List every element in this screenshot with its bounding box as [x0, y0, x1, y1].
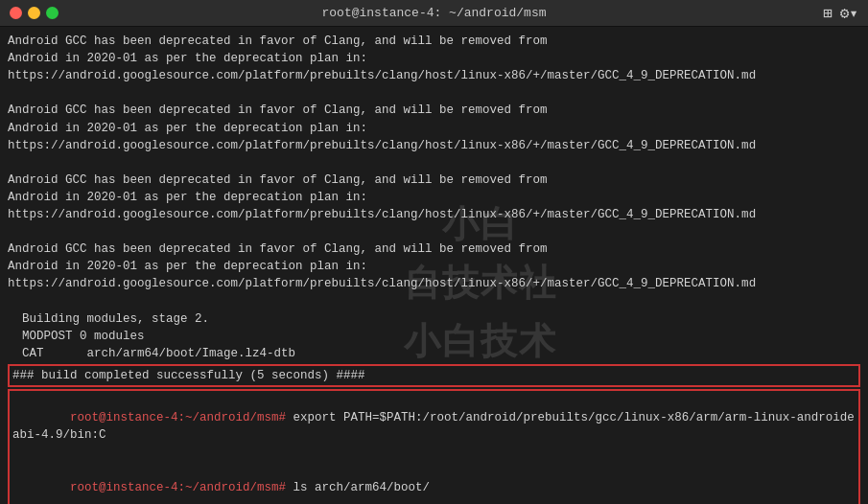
terminal-line	[8, 293, 860, 310]
terminal-line	[8, 84, 860, 102]
terminal-line: https://android.googlesource.com/platfor…	[8, 137, 860, 154]
terminal-line: Android GCC has been deprecated in favor…	[8, 172, 860, 189]
cmd2-prompt: root@instance-4:~/android/msm#	[70, 481, 286, 494]
terminal-output[interactable]: Android GCC has been deprecated in favor…	[0, 27, 868, 504]
terminal-line: Android in 2020-01 as per the deprecatio…	[8, 258, 860, 275]
terminal-line: https://android.googlesource.com/platfor…	[8, 67, 860, 84]
terminal-line	[8, 223, 860, 241]
cat-line: CAT arch/arm64/boot/Image.lz4-dtb	[8, 345, 860, 362]
terminal-line: Android GCC has been deprecated in favor…	[8, 102, 860, 119]
terminal-window: root@instance-4: ~/android/msm ⊞ ⚙▾ Andr…	[0, 0, 868, 504]
cmd2-line: root@instance-4:~/android/msm# ls arch/a…	[12, 462, 858, 505]
cmd1-line: root@instance-4:~/android/msm# export PA…	[12, 392, 858, 462]
toolbar-icons: ⊞ ⚙▾	[823, 4, 858, 23]
gear-icon[interactable]: ⚙▾	[840, 4, 858, 23]
grid-icon[interactable]: ⊞	[823, 4, 833, 23]
window-controls	[10, 7, 59, 19]
terminal-line: Android in 2020-01 as per the deprecatio…	[8, 50, 860, 67]
terminal-line: https://android.googlesource.com/platfor…	[8, 275, 860, 292]
terminal-line: Android in 2020-01 as per the deprecatio…	[8, 189, 860, 206]
window-title: root@instance-4: ~/android/msm	[321, 6, 546, 20]
build-stage-line: Building modules, stage 2.	[8, 310, 860, 328]
minimize-button[interactable]	[28, 7, 40, 19]
maximize-button[interactable]	[46, 7, 59, 19]
cmd2-text: ls arch/arm64/boot/	[286, 481, 430, 494]
titlebar: root@instance-4: ~/android/msm ⊞ ⚙▾	[0, 0, 868, 27]
terminal-line	[8, 154, 860, 172]
terminal-line: Android GCC has been deprecated in favor…	[8, 241, 860, 258]
cmd1-prompt: root@instance-4:~/android/msm#	[70, 411, 286, 424]
terminal-line: Android in 2020-01 as per the deprecatio…	[8, 120, 860, 137]
terminal-line: Android GCC has been deprecated in favor…	[8, 33, 860, 50]
build-success-line: ### build completed successfully (5 seco…	[12, 367, 856, 384]
terminal-line: https://android.googlesource.com/platfor…	[8, 206, 860, 223]
modpost-line: MODPOST 0 modules	[8, 328, 860, 345]
close-button[interactable]	[10, 7, 22, 19]
